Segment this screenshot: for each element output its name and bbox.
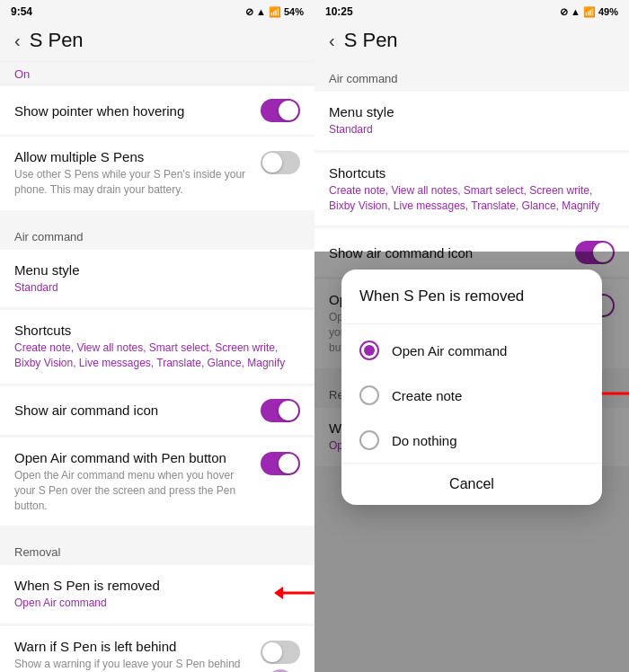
dialog-overlay[interactable]: When S Pen is removed Open Air command C…	[314, 252, 629, 672]
right-menu-style-title: Menu style	[329, 104, 615, 119]
open-air-command-title: Open Air command with Pen button	[14, 450, 250, 465]
left-status-icons: ⊘ ▲ 📶 54%	[245, 6, 304, 18]
on-label: On	[14, 67, 30, 81]
warn-subtitle: Show a warning if you leave your S Pen b…	[14, 657, 250, 672]
right-back-button[interactable]: ‹	[329, 31, 335, 51]
right-shortcuts-title: Shortcuts	[329, 165, 615, 181]
warn-title: Warn if S Pen is left behind	[14, 639, 250, 654]
dialog-divider-top	[341, 323, 602, 324]
show-air-icon-title: Show air command icon	[14, 402, 158, 418]
dialog-create-note-label: Create note	[392, 388, 462, 403]
warn-left-behind-row[interactable]: Warn if S Pen is left behind Show a warn…	[0, 625, 314, 672]
allow-multiple-subtitle: Use other S Pens while your S Pen's insi…	[14, 167, 250, 198]
right-air-command-label: Air command	[314, 61, 629, 90]
left-scroll: On Show pointer when hovering Allow mult…	[0, 61, 314, 672]
removal-label: Removal	[0, 535, 314, 563]
right-panel: 10:25 ⊘ ▲ 📶 49% ‹ S Pen Air command Menu…	[314, 0, 629, 672]
open-air-command-subtitle: Open the Air command menu when you hover…	[14, 468, 250, 513]
air-command-label: Air command	[0, 219, 314, 248]
dialog-option-do-nothing[interactable]: Do nothing	[341, 418, 602, 463]
on-section-label: On	[0, 61, 314, 84]
dialog-cancel-button[interactable]: Cancel	[341, 463, 602, 505]
menu-style-row[interactable]: Menu style Standard	[0, 250, 314, 308]
radio-open-air[interactable]	[359, 340, 379, 360]
left-panel: 9:54 ⊘ ▲ 📶 54% ‹ S Pen On Show pointer w…	[0, 0, 314, 672]
left-status-bar: 9:54 ⊘ ▲ 📶 54%	[0, 0, 314, 22]
warn-toggle[interactable]	[261, 641, 300, 664]
show-air-icon-toggle[interactable]	[261, 399, 300, 422]
right-menu-style-value: Standard	[329, 122, 615, 137]
dialog-open-air-label: Open Air command	[392, 343, 507, 358]
when-removed-title: When S Pen is removed	[14, 578, 300, 593]
show-pointer-row[interactable]: Show pointer when hovering	[0, 86, 314, 135]
dialog-box: When S Pen is removed Open Air command C…	[341, 270, 602, 505]
show-pointer-toggle[interactable]	[261, 99, 300, 122]
allow-multiple-toggle[interactable]	[261, 151, 300, 174]
left-page-title: S Pen	[30, 29, 84, 52]
menu-style-title: Menu style	[14, 262, 300, 278]
shortcuts-value: Create note, View all notes, Smart selec…	[14, 340, 300, 371]
left-back-button[interactable]: ‹	[14, 31, 21, 51]
dialog-do-nothing-label: Do nothing	[392, 433, 457, 448]
removal-section: Removal	[14, 545, 60, 559]
menu-style-value: Standard	[14, 280, 300, 296]
right-status-bar: 10:25 ⊘ ▲ 📶 49%	[314, 0, 629, 22]
right-status-icons: ⊘ ▲ 📶 49%	[560, 6, 618, 18]
radio-open-air-dot	[364, 345, 375, 356]
dialog-option-create-note[interactable]: Create note	[341, 373, 602, 418]
air-command-section: Air command	[14, 230, 84, 243]
open-air-command-row[interactable]: Open Air command with Pen button Open th…	[0, 437, 314, 526]
dialog-title: When S Pen is removed	[341, 287, 602, 320]
right-time: 10:25	[325, 5, 353, 18]
show-air-icon-row[interactable]: Show air command icon	[0, 385, 314, 435]
dialog-option-open-air[interactable]: Open Air command	[341, 328, 602, 373]
shortcuts-title: Shortcuts	[14, 323, 300, 338]
divider1	[0, 212, 314, 219]
right-header: ‹ S Pen	[314, 22, 629, 61]
when-removed-value: Open Air command	[14, 596, 300, 611]
show-pointer-title: Show pointer when hovering	[14, 103, 184, 119]
right-arrow-annotation	[598, 380, 629, 411]
divider2	[0, 527, 314, 535]
right-air-command-section: Air command	[329, 72, 398, 85]
when-removed-row[interactable]: When S Pen is removed Open Air command	[0, 565, 314, 623]
shortcuts-row[interactable]: Shortcuts Create note, View all notes, S…	[0, 309, 314, 384]
right-page-title: S Pen	[344, 29, 398, 52]
right-menu-style-row[interactable]: Menu style Standard	[314, 92, 629, 150]
right-shortcuts-row[interactable]: Shortcuts Create note, View all notes, S…	[314, 152, 629, 226]
allow-multiple-row[interactable]: Allow multiple S Pens Use other S Pens w…	[0, 137, 314, 210]
allow-multiple-title: Allow multiple S Pens	[14, 149, 250, 164]
open-air-command-toggle[interactable]	[261, 452, 300, 475]
left-time: 9:54	[11, 5, 32, 18]
radio-do-nothing[interactable]	[359, 430, 379, 450]
right-shortcuts-value: Create note, View all notes, Smart selec…	[329, 183, 615, 214]
radio-create-note[interactable]	[359, 385, 379, 405]
left-header: ‹ S Pen	[0, 22, 314, 61]
